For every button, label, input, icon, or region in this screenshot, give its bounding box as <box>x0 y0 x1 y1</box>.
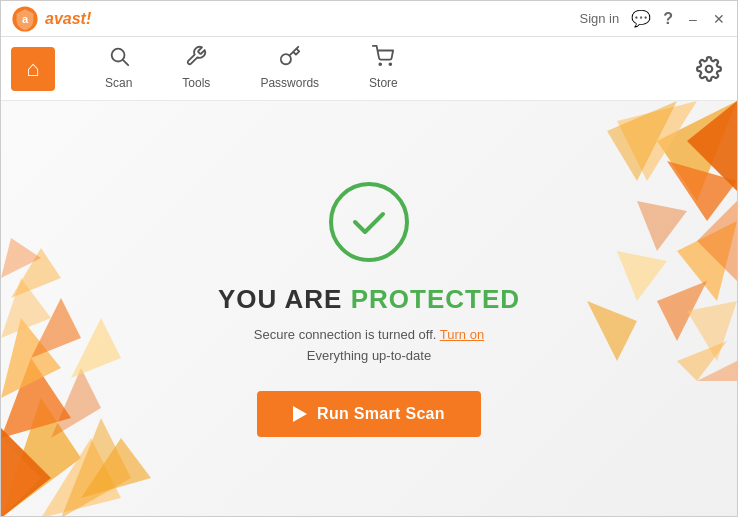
svg-point-5 <box>390 63 392 65</box>
store-label: Store <box>369 76 398 90</box>
turn-on-link[interactable]: Turn on <box>440 327 484 342</box>
avast-brand-name: avast! <box>45 10 91 28</box>
close-button[interactable]: ✕ <box>711 11 727 27</box>
nav-item-store[interactable]: Store <box>349 37 418 101</box>
checkmark-icon <box>347 200 391 244</box>
window-controls: – ✕ <box>685 11 727 27</box>
secure-connection-status: Secure connection is turned off. Turn on <box>254 327 484 342</box>
you-are-text: YOU ARE <box>218 284 351 314</box>
home-button[interactable]: ⌂ <box>11 47 55 91</box>
scan-label: Scan <box>105 76 132 90</box>
nav-items: Scan Tools Passw <box>85 37 418 101</box>
passwords-icon <box>279 45 301 72</box>
help-icon[interactable]: ? <box>663 10 673 28</box>
store-icon <box>372 45 394 72</box>
scan-icon <box>108 45 130 72</box>
svg-text:a: a <box>22 13 29 25</box>
app-window: a avast! Sign in 💬 ? – ✕ ⌂ <box>0 0 738 517</box>
svg-marker-30 <box>587 301 637 361</box>
svg-point-6 <box>706 65 713 72</box>
svg-point-4 <box>380 63 382 65</box>
svg-marker-29 <box>637 201 687 251</box>
minimize-button[interactable]: – <box>685 11 701 27</box>
protected-status-title: YOU ARE PROTECTED <box>218 284 520 315</box>
nav-item-scan[interactable]: Scan <box>85 37 152 101</box>
tools-label: Tools <box>182 76 210 90</box>
home-icon: ⌂ <box>26 56 39 82</box>
secure-connection-text: Secure connection is turned off. <box>254 327 437 342</box>
svg-marker-19 <box>71 318 121 378</box>
nav-right <box>691 51 727 87</box>
protected-highlight-text: PROTECTED <box>351 284 520 314</box>
nav-left: ⌂ Scan <box>11 37 418 101</box>
svg-marker-33 <box>617 251 667 301</box>
scan-button-label: Run Smart Scan <box>317 405 445 423</box>
avast-logo: a avast! <box>11 5 91 33</box>
sign-in-button[interactable]: Sign in <box>579 11 619 26</box>
main-content: YOU ARE PROTECTED Secure connection is t… <box>1 101 737 517</box>
settings-button[interactable] <box>691 51 727 87</box>
title-bar-left: a avast! <box>11 5 91 33</box>
settings-icon <box>696 56 722 82</box>
title-bar: a avast! Sign in 💬 ? – ✕ <box>1 1 737 37</box>
svg-line-3 <box>123 60 128 65</box>
protected-check-circle <box>329 182 409 262</box>
nav-item-tools[interactable]: Tools <box>162 37 230 101</box>
play-icon <box>293 406 307 422</box>
center-content: YOU ARE PROTECTED Secure connection is t… <box>218 182 520 437</box>
tools-icon <box>185 45 207 72</box>
avast-shield-icon: a <box>11 5 39 33</box>
title-bar-right: Sign in 💬 ? – ✕ <box>579 9 727 28</box>
chat-icon[interactable]: 💬 <box>631 9 651 28</box>
run-smart-scan-button[interactable]: Run Smart Scan <box>257 391 481 437</box>
nav-item-passwords[interactable]: Passwords <box>240 37 339 101</box>
passwords-label: Passwords <box>260 76 319 90</box>
up-to-date-status: Everything up-to-date <box>307 348 431 363</box>
decoration-right <box>557 101 737 381</box>
decoration-left <box>1 238 181 517</box>
nav-bar: ⌂ Scan <box>1 37 737 101</box>
